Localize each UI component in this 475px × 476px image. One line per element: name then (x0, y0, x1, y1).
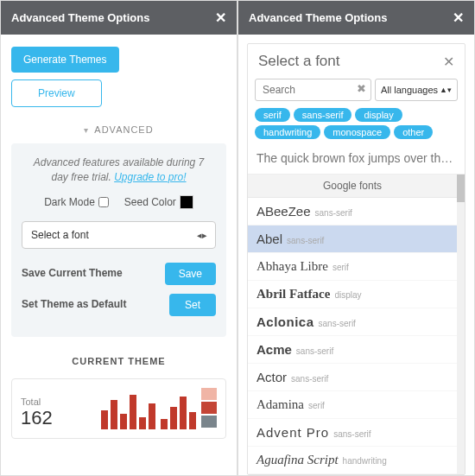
category-pills: serifsans-serifdisplayhandwritingmonospa… (248, 108, 465, 146)
total-label: Total (21, 397, 96, 407)
seed-color-control[interactable]: Seed Color (124, 195, 193, 209)
font-select-wrap[interactable]: Select a font ◂▸ (22, 221, 216, 249)
trial-message: Advanced features available during 7 day… (22, 155, 216, 185)
font-group-header: Google fonts (248, 175, 457, 198)
font-category-tag: serif (332, 263, 349, 272)
language-filter[interactable]: All languages ▲▾ (375, 79, 458, 101)
save-button[interactable]: Save (165, 263, 216, 285)
category-pill-serif[interactable]: serif (255, 108, 290, 122)
panel-left: Advanced Theme Options ✕ Generate Themes… (0, 0, 238, 476)
save-theme-label: Save Current Theme (22, 267, 123, 279)
font-row[interactable]: Abril Fatfacedisplay (248, 281, 457, 308)
bar-chart-icon-2 (161, 391, 196, 429)
font-row[interactable]: Advent Prosans-serif (248, 419, 457, 447)
font-name: Abel (256, 232, 282, 246)
upgrade-link[interactable]: Upgrade to pro! (114, 171, 186, 183)
font-category-tag: sans-serif (315, 208, 352, 218)
category-pill-other[interactable]: other (394, 125, 433, 139)
font-category-tag: serif (308, 401, 325, 410)
close-icon[interactable]: ✕ (215, 10, 226, 26)
font-name: Aclonica (256, 314, 314, 329)
font-name: Actor (256, 370, 287, 384)
font-row[interactable]: Adaminaserif (248, 391, 457, 419)
generate-themes-button[interactable]: Generate Themes (11, 47, 119, 73)
sample-text: The quick brown fox jumps over the la... (248, 146, 465, 175)
panel-header-right: Advanced Theme Options ✕ (238, 1, 474, 35)
font-name: Adamina (256, 397, 304, 412)
advanced-label: ADVANCED (94, 124, 153, 135)
font-name: ABeeZee (256, 204, 311, 219)
panel-header-left: Advanced Theme Options ✕ (1, 1, 237, 35)
font-category-tag: sans-serif (333, 429, 370, 439)
font-name: Abhaya Libre (256, 259, 328, 274)
font-category-tag: handwriting (343, 456, 387, 466)
total-value: 162 (21, 407, 96, 429)
set-button[interactable]: Set (169, 294, 216, 316)
close-icon[interactable]: ✕ (453, 10, 464, 26)
panel-right: Advanced Theme Options ✕ Select a font ✕… (238, 0, 475, 476)
close-icon[interactable]: ✕ (443, 54, 454, 70)
font-category-tag: sans-serif (296, 346, 333, 356)
font-picker-title: Select a font (258, 53, 340, 70)
font-category-tag: sans-serif (287, 236, 324, 245)
font-category-tag: display (334, 290, 361, 300)
search-input[interactable] (255, 79, 371, 101)
advanced-section-header[interactable]: ▾ ADVANCED (11, 124, 226, 135)
dark-mode-toggle[interactable]: Dark Mode (44, 196, 109, 208)
category-pill-display[interactable]: display (355, 108, 402, 122)
font-row[interactable]: Acmesans-serif (248, 336, 457, 364)
font-list: Google fonts ABeeZeesans-serifAbelsans-s… (248, 175, 457, 474)
sort-icon: ▲▾ (440, 86, 452, 94)
font-category-tag: sans-serif (319, 319, 356, 328)
bar-chart-icon (101, 391, 155, 429)
panel-body-right: Select a font ✕ ✖ All languages ▲▾ serif… (238, 35, 474, 475)
panel-title: Advanced Theme Options (249, 11, 387, 24)
seed-color-swatch[interactable] (180, 195, 193, 209)
category-pill-handwriting[interactable]: handwriting (255, 125, 320, 139)
font-select[interactable]: Select a font (22, 221, 216, 249)
font-name: Abril Fatface (256, 287, 330, 301)
font-picker-dialog: Select a font ✕ ✖ All languages ▲▾ serif… (247, 43, 466, 475)
font-row[interactable]: Actorsans-serif (248, 364, 457, 391)
font-category-tag: sans-serif (291, 374, 328, 384)
advanced-box: Advanced features available during 7 day… (11, 143, 226, 337)
category-pill-sans-serif[interactable]: sans-serif (294, 108, 352, 122)
current-theme-label: CURRENT THEME (11, 356, 226, 366)
font-name: Acme (256, 342, 292, 357)
caret-down-icon: ▾ (84, 125, 89, 135)
color-swatch-stack (201, 388, 217, 429)
category-pill-monospace[interactable]: monospace (324, 125, 390, 139)
panel-body-left: Generate Themes Preview ▾ ADVANCED Advan… (1, 35, 237, 475)
font-row[interactable]: Aguafina Scripthandwriting (248, 447, 457, 474)
scrollbar[interactable] (457, 175, 465, 474)
font-name: Advent Pro (256, 425, 329, 440)
theme-preview-card: Total 162 (11, 378, 226, 439)
font-row[interactable]: Abhaya Libreserif (248, 253, 457, 281)
font-row[interactable]: Abelsans-serif (248, 225, 457, 253)
set-default-label: Set Theme as Default (22, 298, 126, 310)
preview-button[interactable]: Preview (11, 79, 102, 107)
clear-search-icon[interactable]: ✖ (357, 82, 366, 95)
font-row[interactable]: Aclonicasans-serif (248, 308, 457, 336)
scrollbar-thumb[interactable] (457, 175, 465, 202)
panel-title: Advanced Theme Options (11, 11, 149, 24)
font-name: Aguafina Script (256, 453, 339, 467)
font-row[interactable]: ABeeZeesans-serif (248, 198, 457, 225)
dark-mode-checkbox[interactable] (98, 197, 109, 207)
